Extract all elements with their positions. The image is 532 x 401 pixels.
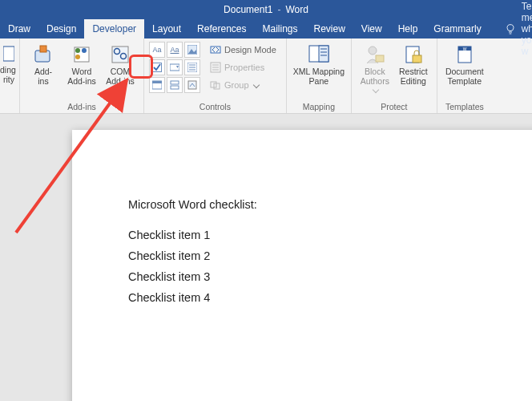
doc-item[interactable]: Checklist item 3 (128, 270, 513, 283)
partial-label-1: ding (0, 65, 16, 75)
doc-item[interactable]: Checklist item 4 (128, 291, 513, 304)
svg-rect-25 (211, 47, 220, 53)
doc-item[interactable]: Checklist item 2 (128, 249, 513, 262)
partial-icon (0, 42, 14, 66)
xml-mapping-icon (308, 43, 330, 66)
document-template-icon: W (453, 43, 476, 66)
svg-point-37 (369, 47, 377, 55)
ribbon-tabs: Draw Design Developer Layout References … (0, 19, 532, 38)
properties-label: Properties (224, 63, 264, 72)
svg-rect-14 (170, 64, 179, 71)
svg-point-6 (82, 48, 87, 53)
title-sep: - (277, 4, 280, 15)
group-templates-label: Templates (442, 100, 487, 111)
plain-text-control-icon[interactable]: Aa (167, 42, 183, 58)
document-canvas[interactable]: Microsoft Word checklist: Checklist item… (0, 114, 532, 401)
addins-icon (32, 43, 54, 66)
properties-button[interactable]: Properties (205, 59, 281, 75)
group-button[interactable]: Group (205, 77, 281, 93)
tell-me-label: Tell me what you w (522, 1, 532, 57)
lightbulb-icon (504, 22, 517, 35)
svg-rect-3 (40, 46, 46, 52)
addins-label: Add- ins (34, 67, 52, 86)
legacy-tools-icon[interactable] (184, 77, 200, 93)
properties-icon (210, 62, 221, 73)
svg-rect-38 (376, 55, 384, 62)
tab-review[interactable]: Review (306, 19, 353, 38)
svg-text:W: W (462, 47, 466, 51)
xml-mapping-label: XML Mapping Pane (293, 67, 345, 86)
svg-rect-21 (152, 81, 162, 83)
svg-point-0 (507, 25, 514, 31)
app-name: Word (285, 4, 308, 15)
group-addins-label: Add-ins (25, 100, 139, 111)
xml-mapping-button[interactable]: XML Mapping Pane (292, 42, 346, 87)
partial-group-label (0, 100, 14, 111)
tab-help[interactable]: Help (390, 19, 426, 38)
doc-heading[interactable]: Microsoft Word checklist: (128, 198, 513, 211)
tab-mailings[interactable]: Mailings (254, 19, 305, 38)
tab-grammarly[interactable]: Grammarly (425, 19, 489, 38)
design-mode-icon (210, 44, 221, 55)
group-protect-label: Protect (357, 100, 432, 111)
svg-rect-1 (3, 47, 14, 61)
tab-draw[interactable]: Draw (0, 19, 38, 38)
title-bar: Document1 - Word (0, 0, 532, 19)
doc-item[interactable]: Checklist item 1 (128, 229, 513, 241)
group-mapping-label: Mapping (292, 100, 346, 111)
word-addins-label: Word Add-ins (67, 67, 96, 86)
ribbon: dingrity Add- ins Word Add-ins COM Add-i… (0, 38, 532, 114)
group-protect: Block Authors Restrict Editing Protect (352, 38, 437, 113)
com-addins-icon (109, 43, 131, 66)
svg-rect-23 (171, 86, 179, 89)
tell-me-search[interactable]: Tell me what you w (498, 19, 532, 38)
group-controls-label: Controls (149, 100, 281, 111)
document-template-button[interactable]: W Document Template (442, 42, 487, 87)
chevron-down-icon (252, 82, 259, 88)
restrict-editing-label: Restrict Editing (399, 67, 428, 86)
page[interactable]: Microsoft Word checklist: Checklist item… (72, 130, 532, 401)
svg-point-7 (75, 55, 80, 59)
block-authors-icon (364, 43, 386, 66)
document-template-label: Document Template (445, 67, 484, 86)
group-icon (210, 79, 221, 91)
tab-view[interactable]: View (353, 19, 390, 38)
annotation-highlight-box (129, 55, 153, 79)
tab-developer[interactable]: Developer (84, 19, 144, 38)
svg-rect-40 (413, 55, 421, 63)
word-addins-button[interactable]: Word Add-ins (63, 42, 100, 87)
dropdown-control-icon[interactable] (184, 59, 200, 75)
document-name: Document1 (224, 4, 272, 15)
partial-label-2: rity (3, 75, 14, 84)
design-mode-label: Design Mode (224, 45, 276, 55)
block-authors-button[interactable]: Block Authors (357, 42, 393, 94)
group-label-text: Group (224, 80, 249, 90)
tab-references[interactable]: References (189, 19, 254, 38)
group-mapping: XML Mapping Pane Mapping (287, 38, 352, 113)
group-controls: Aa Aa Design Mode Properties (144, 38, 287, 113)
controls-gallery: Aa Aa (149, 42, 200, 93)
svg-rect-33 (319, 46, 328, 62)
group-templates: W Document Template Templates (437, 38, 492, 113)
svg-rect-24 (188, 81, 196, 89)
picture-control-icon[interactable] (184, 42, 200, 58)
svg-point-5 (75, 48, 80, 53)
combobox-control-icon[interactable] (167, 59, 183, 75)
group-addins: Add- ins Word Add-ins COM Add-ins Add-in… (20, 38, 144, 113)
date-picker-control-icon[interactable] (149, 77, 165, 93)
tab-layout[interactable]: Layout (144, 19, 189, 38)
restrict-editing-icon (402, 43, 425, 66)
chevron-down-icon (373, 87, 379, 93)
design-mode-button[interactable]: Design Mode (205, 42, 281, 58)
block-authors-label: Block Authors (361, 67, 389, 86)
tab-design[interactable]: Design (38, 19, 84, 38)
repeating-section-control-icon[interactable] (167, 77, 183, 93)
word-addins-icon (71, 43, 93, 66)
restrict-editing-button[interactable]: Restrict Editing (395, 42, 432, 94)
addins-button[interactable]: Add- ins (25, 42, 62, 87)
svg-rect-22 (171, 81, 179, 84)
